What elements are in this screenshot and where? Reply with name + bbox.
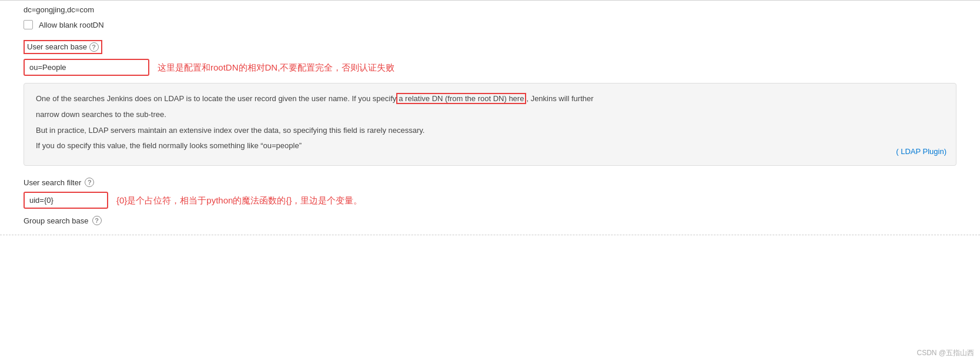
info-line1-highlight: a relative DN (from the root DN) here [396, 93, 526, 104]
user-search-filter-label-row: User search filter ? [0, 173, 980, 192]
bottom-divider [0, 235, 980, 235]
group-search-base-help-icon[interactable]: ? [92, 216, 102, 225]
info-line1-start: One of the searches Jenkins does on LDAP… [36, 94, 396, 103]
checkbox-label: Allow blank rootDN [39, 21, 104, 29]
user-search-base-help-icon[interactable]: ? [89, 42, 99, 52]
dn-value-text: dc=gongjing,dc=com [24, 5, 94, 14]
user-search-filter-annotation: {0}是个占位符，相当于python的魔法函数的{}，里边是个变量。 [116, 194, 362, 206]
user-search-base-annotation: 这里是配置和rootDN的相对DN,不要配置完全，否则认证失败 [158, 61, 394, 74]
user-search-base-label-row: User search base ? [0, 35, 980, 59]
user-search-filter-label: User search filter ? [24, 178, 956, 187]
checkbox-row: Allow blank rootDN [0, 14, 980, 35]
user-search-filter-label-text: User search filter [24, 178, 81, 187]
user-search-base-label-text: User search base [27, 42, 87, 51]
user-search-filter-help-icon[interactable]: ? [85, 178, 94, 187]
group-search-base-label: Group search base ? [24, 216, 956, 225]
group-search-base-label-row: Group search base ? [0, 209, 980, 230]
user-search-base-input[interactable] [25, 60, 148, 75]
info-line5-text: If you do specify this value, the field … [36, 141, 302, 150]
info-box: One of the searches Jenkins does on LDAP… [24, 83, 956, 166]
group-search-base-label-text: Group search base [24, 216, 89, 225]
allow-blank-rootdn-checkbox[interactable] [24, 20, 33, 29]
info-line1-end: , Jenkins will further [526, 94, 593, 103]
user-search-filter-input-row: {0}是个占位符，相当于python的魔法函数的{}，里边是个变量。 [0, 192, 980, 209]
watermark: CSDN @五指山西 [917, 348, 974, 358]
user-search-filter-input[interactable] [25, 193, 107, 208]
info-line2: narrow down searches to the sub-tree. [36, 109, 944, 121]
ldap-plugin-link[interactable]: ( LDAP Plugin) [896, 146, 946, 158]
user-search-base-input-row: 这里是配置和rootDN的相对DN,不要配置完全，否则认证失败 [0, 59, 980, 76]
info-line3: But in practice, LDAP servers maintain a… [36, 125, 944, 137]
user-search-base-label: User search base ? [24, 40, 956, 54]
info-line1: One of the searches Jenkins does on LDAP… [36, 93, 944, 105]
dn-value-row: dc=gongjing,dc=com [0, 0, 980, 14]
page-container: dc=gongjing,dc=com Allow blank rootDN Us… [0, 0, 980, 364]
info-line5: If you do specify this value, the field … [36, 140, 944, 152]
